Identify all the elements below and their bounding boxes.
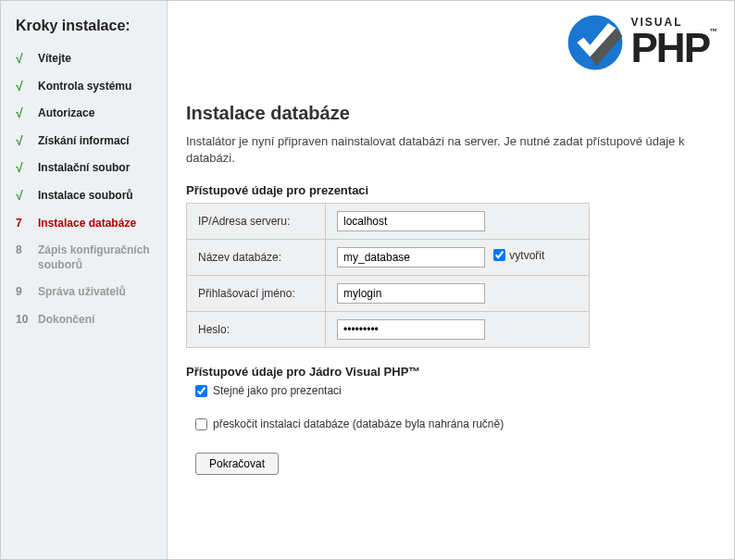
logo-php-text: PHP™ — [631, 28, 716, 68]
dbname-input[interactable] — [337, 247, 485, 268]
login-input[interactable] — [337, 283, 485, 304]
step-label: Zápis konfiguračních souborů — [38, 243, 159, 272]
step-6: √Instalace souborů — [1, 182, 167, 210]
step-label: Správa uživatelů — [38, 285, 126, 300]
same-label: Stejné jako pro prezentaci — [213, 384, 342, 397]
step-number: 9 — [16, 285, 31, 298]
step-9: 9Správa uživatelů — [1, 279, 167, 306]
same-checkbox[interactable] — [195, 385, 207, 397]
password-input[interactable] — [337, 319, 485, 340]
check-icon: √ — [16, 189, 31, 202]
step-label: Autorizace — [38, 106, 94, 121]
step-label: Instalace souborů — [38, 189, 133, 204]
main-content: VISUAL PHP™ Instalace databáze Instaláto… — [168, 1, 734, 559]
step-label: Dokončení — [38, 313, 94, 328]
step-7: 7Instalace databáze — [1, 210, 167, 238]
step-number: 8 — [16, 243, 31, 256]
password-label: Heslo: — [187, 312, 326, 348]
step-2: √Kontrola systému — [1, 73, 167, 101]
check-icon: √ — [16, 106, 31, 119]
skip-label: přeskočit instalaci databáze (databáze b… — [213, 417, 504, 430]
continue-button[interactable]: Pokračovat — [195, 453, 279, 475]
create-label: vytvořit — [509, 249, 544, 262]
step-label: Instalace databáze — [38, 217, 136, 231]
step-label: Instalační soubor — [38, 161, 130, 176]
credentials-table: IP/Adresa serveru: Název databáze: vytvo… — [186, 203, 590, 348]
step-4: √Získání informací — [1, 128, 167, 156]
intro-text: Instalátor je nyní připraven nainstalova… — [186, 133, 716, 167]
logo-mark-icon — [563, 10, 628, 75]
check-icon: √ — [16, 80, 31, 93]
step-number: 10 — [16, 313, 31, 326]
step-1: √Vítejte — [1, 45, 167, 73]
step-10: 10Dokončení — [1, 306, 167, 334]
step-label: Kontrola systému — [38, 80, 131, 94]
create-checkbox[interactable] — [493, 249, 505, 261]
dbname-label: Název databáze: — [187, 240, 326, 276]
section2-title: Přístupové údaje pro Jádro Visual PHP™ — [186, 365, 716, 379]
step-label: Získání informací — [38, 134, 130, 149]
logo: VISUAL PHP™ — [563, 10, 716, 75]
server-input[interactable] — [337, 211, 485, 231]
step-8: 8Zápis konfiguračních souborů — [1, 237, 167, 279]
check-icon: √ — [16, 161, 31, 174]
steps-list: √Vítejte√Kontrola systému√Autorizace√Zís… — [1, 45, 167, 334]
page-title: Instalace databáze — [186, 103, 716, 124]
step-label: Vítejte — [38, 52, 71, 67]
step-number: 7 — [16, 217, 31, 230]
server-label: IP/Adresa serveru: — [187, 204, 326, 240]
step-3: √Autorizace — [1, 100, 167, 128]
check-icon: √ — [16, 52, 31, 65]
sidebar: Kroky instalace: √Vítejte√Kontrola systé… — [1, 1, 168, 559]
step-5: √Instalační soubor — [1, 155, 167, 182]
section1-title: Přístupové údaje pro prezentaci — [186, 183, 716, 197]
sidebar-title: Kroky instalace: — [1, 10, 167, 45]
check-icon: √ — [16, 134, 31, 147]
skip-checkbox[interactable] — [195, 418, 207, 430]
login-label: Přihlašovací jméno: — [187, 276, 326, 312]
